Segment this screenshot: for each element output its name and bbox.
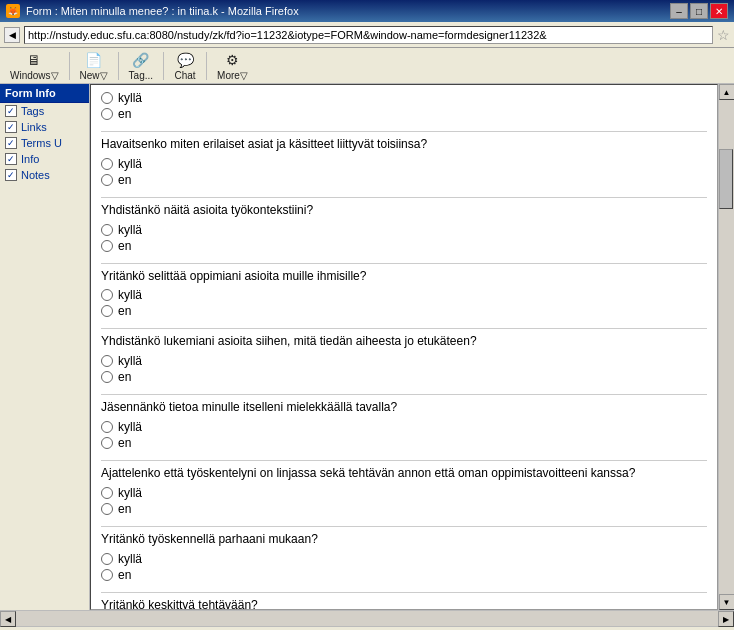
more-label: More▽: [217, 70, 248, 81]
tag-button[interactable]: 🔗 Tag...: [123, 49, 159, 83]
question-block-8: Yritänkö keskittyä tehtävään? kyllä en: [101, 597, 707, 609]
question-block-6: Ajattelenko että työskentelyni on linjas…: [101, 465, 707, 516]
toolbar-separator-1: [69, 52, 70, 80]
radio-label-kyla-7: kyllä: [118, 552, 142, 566]
links-label: Links: [21, 121, 47, 133]
radio-en-5[interactable]: [101, 437, 113, 449]
notes-checkbox[interactable]: ✓: [5, 169, 17, 181]
tag-icon: 🔗: [130, 51, 152, 69]
more-button[interactable]: ⚙ More▽: [211, 49, 254, 83]
radio-option-en-1: en: [101, 173, 707, 187]
terms-label: Terms U: [21, 137, 62, 149]
question-text-5: Jäsennänkö tietoa minulle itselleni miel…: [101, 399, 707, 416]
new-label: New▽: [80, 70, 108, 81]
radio-option-kyla-6: kyllä: [101, 486, 707, 500]
divider-6: [101, 460, 707, 461]
radio-label-en-1: en: [118, 173, 131, 187]
radio-en-0[interactable]: [101, 108, 113, 120]
divider-2: [101, 197, 707, 198]
scroll-up-button[interactable]: ▲: [719, 84, 735, 100]
radio-kyla-4[interactable]: [101, 355, 113, 367]
radio-option-kyla-4: kyllä: [101, 354, 707, 368]
sidebar-item-tags[interactable]: ✓ Tags: [0, 103, 89, 119]
radio-en-6[interactable]: [101, 503, 113, 515]
new-icon: 📄: [83, 51, 105, 69]
content-scroll[interactable]: kyllä en Havaitsenko miten erilaiset asi…: [91, 85, 717, 609]
sidebar-item-links[interactable]: ✓ Links: [0, 119, 89, 135]
radio-option-en-0: en: [101, 107, 707, 121]
sidebar-item-terms[interactable]: ✓ Terms U: [0, 135, 89, 151]
radio-kyla-1[interactable]: [101, 158, 113, 170]
radio-kyla-0[interactable]: [101, 92, 113, 104]
links-checkbox[interactable]: ✓: [5, 121, 17, 133]
radio-option-en-5: en: [101, 436, 707, 450]
vertical-scrollbar: ▲ ▼: [718, 84, 734, 610]
tags-label: Tags: [21, 105, 44, 117]
toolbar-separator-2: [118, 52, 119, 80]
address-input[interactable]: [24, 26, 713, 44]
scroll-thumb[interactable]: [719, 149, 733, 209]
question-text-4: Yhdistänkö lukemiani asioita siihen, mit…: [101, 333, 707, 350]
radio-label-kyla-2: kyllä: [118, 223, 142, 237]
radio-label-en-6: en: [118, 502, 131, 516]
address-bar: ◀ ☆: [0, 22, 734, 48]
bookmark-star-icon[interactable]: ☆: [717, 27, 730, 43]
radio-en-4[interactable]: [101, 371, 113, 383]
sidebar: Form Info ✓ Tags ✓ Links ✓ Terms U ✓ Inf…: [0, 84, 90, 610]
tag-label: Tag...: [129, 70, 153, 81]
radio-label-en-3: en: [118, 304, 131, 318]
sidebar-item-notes[interactable]: ✓ Notes: [0, 167, 89, 183]
chat-button[interactable]: 💬 Chat: [168, 49, 202, 83]
info-label: Info: [21, 153, 39, 165]
window-title: Form : Miten minulla menee? : in tiina.k…: [26, 5, 299, 17]
terms-checkbox[interactable]: ✓: [5, 137, 17, 149]
question-text-2: Yhdistänkö näitä asioita työkontekstiini…: [101, 202, 707, 219]
scroll-left-button[interactable]: ◀: [0, 611, 16, 627]
radio-option-kyla-1: kyllä: [101, 157, 707, 171]
question-block-2: Yhdistänkö näitä asioita työkontekstiini…: [101, 202, 707, 253]
radio-en-1[interactable]: [101, 174, 113, 186]
question-text-8: Yritänkö keskittyä tehtävään?: [101, 597, 707, 609]
radio-en-2[interactable]: [101, 240, 113, 252]
minimize-button[interactable]: –: [670, 3, 688, 19]
maximize-button[interactable]: □: [690, 3, 708, 19]
scroll-down-button[interactable]: ▼: [719, 594, 735, 610]
radio-label-en-2: en: [118, 239, 131, 253]
divider-7: [101, 526, 707, 527]
chat-icon: 💬: [174, 51, 196, 69]
radio-kyla-2[interactable]: [101, 224, 113, 236]
scroll-right-button[interactable]: ▶: [718, 611, 734, 627]
question-block-0: kyllä en: [101, 91, 707, 121]
radio-option-kyla-5: kyllä: [101, 420, 707, 434]
radio-option-en-3: en: [101, 304, 707, 318]
radio-kyla-5[interactable]: [101, 421, 113, 433]
divider-4: [101, 328, 707, 329]
windows-label: Windows▽: [10, 70, 59, 81]
toolbar: 🖥 Windows▽ 📄 New▽ 🔗 Tag... 💬 Chat ⚙ More…: [0, 48, 734, 84]
tags-checkbox[interactable]: ✓: [5, 105, 17, 117]
sidebar-header: Form Info: [0, 84, 89, 103]
radio-option-en-2: en: [101, 239, 707, 253]
status-bar: Done: [0, 626, 734, 630]
info-checkbox[interactable]: ✓: [5, 153, 17, 165]
radio-en-7[interactable]: [101, 569, 113, 581]
question-text-7: Yritänkö työskennellä parhaani mukaan?: [101, 531, 707, 548]
radio-label-en-5: en: [118, 436, 131, 450]
scroll-track: [719, 100, 734, 594]
divider-5: [101, 394, 707, 395]
radio-option-en-6: en: [101, 502, 707, 516]
radio-kyla-6[interactable]: [101, 487, 113, 499]
radio-en-3[interactable]: [101, 305, 113, 317]
radio-kyla-7[interactable]: [101, 553, 113, 565]
sidebar-item-info[interactable]: ✓ Info: [0, 151, 89, 167]
more-icon: ⚙: [221, 51, 243, 69]
toolbar-separator-4: [206, 52, 207, 80]
close-button[interactable]: ✕: [710, 3, 728, 19]
new-button[interactable]: 📄 New▽: [74, 49, 114, 83]
windows-button[interactable]: 🖥 Windows▽: [4, 49, 65, 83]
firefox-icon: 🦊: [6, 4, 20, 18]
question-block-5: Jäsennänkö tietoa minulle itselleni miel…: [101, 399, 707, 450]
question-block-1: Havaitsenko miten erilaiset asiat ja käs…: [101, 136, 707, 187]
radio-kyla-3[interactable]: [101, 289, 113, 301]
radio-label-en-0: en: [118, 107, 131, 121]
